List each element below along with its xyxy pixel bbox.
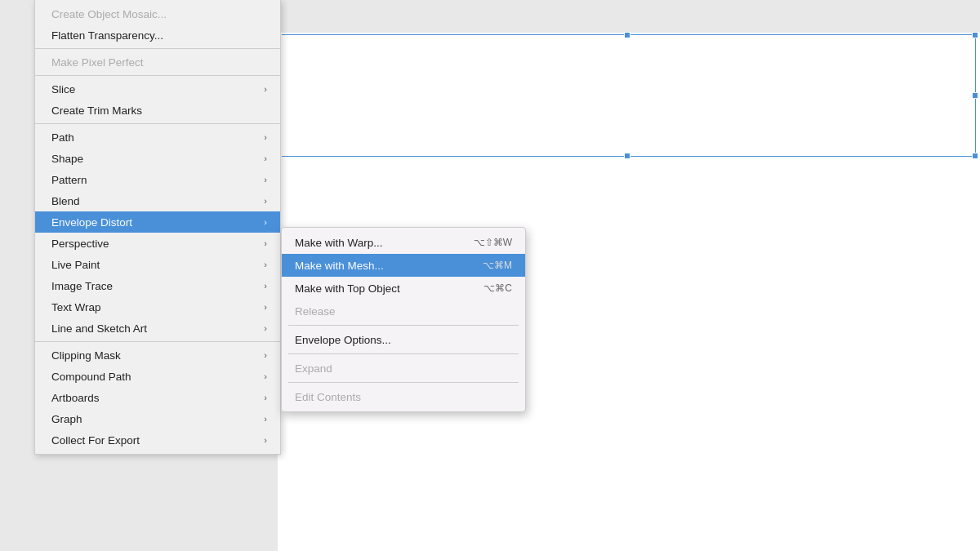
menu-item-label-image-trace: Image Trace <box>51 280 113 292</box>
menu-item-label-artboards: Artboards <box>51 392 100 404</box>
submenu-arrow-icon-envelope-distort: › <box>264 217 267 227</box>
menu-item-perspective[interactable]: Perspective› <box>35 233 280 254</box>
submenu-arrow-icon-perspective: › <box>264 238 267 248</box>
menu-item-artboards[interactable]: Artboards› <box>35 387 280 408</box>
submenu-arrow-icon-line-and-sketch-art: › <box>264 323 267 333</box>
menu-item-compound-path[interactable]: Compound Path› <box>35 366 280 387</box>
submenu-arrow-icon-compound-path: › <box>264 371 267 381</box>
menu-item-label-envelope-distort: Envelope Distort <box>51 216 132 229</box>
submenu-arrow-icon-path: › <box>264 132 267 142</box>
submenu-arrow-icon-clipping-mask: › <box>264 350 267 360</box>
submenu-arrow-icon-slice: › <box>264 84 267 94</box>
submenu-arrow-icon-blend: › <box>264 196 267 206</box>
submenu-item-edit-contents: Edit Contents <box>282 385 525 408</box>
menu-item-label-graph: Graph <box>51 413 82 425</box>
submenu-item-label-release: Release <box>295 305 512 318</box>
submenu-arrow-icon-pattern: › <box>264 175 267 184</box>
menu-item-graph[interactable]: Graph› <box>35 408 280 429</box>
submenu-item-release: Release <box>282 300 525 322</box>
menu-item-envelope-distort[interactable]: Envelope Distort› <box>35 211 280 233</box>
menu-item-slice[interactable]: Slice› <box>35 78 280 100</box>
submenu-arrow-icon-graph: › <box>264 414 267 424</box>
menu-item-label-live-paint: Live Paint <box>51 259 100 271</box>
menu-item-label-flatten-transparency: Flatten Transparency... <box>51 29 163 42</box>
menu-item-blend[interactable]: Blend› <box>35 190 280 211</box>
menu-separator-separator4 <box>35 341 280 342</box>
menu-separator-separator2 <box>35 75 280 76</box>
menu-item-path[interactable]: Path› <box>35 127 280 148</box>
menu-item-live-paint[interactable]: Live Paint› <box>35 254 280 275</box>
menu-item-label-shape: Shape <box>51 153 83 165</box>
submenu-arrow-icon-text-wrap: › <box>264 302 267 312</box>
menu-item-label-create-object-mosaic: Create Object Mosaic... <box>51 8 167 20</box>
menu-item-label-clipping-mask: Clipping Mask <box>51 349 121 362</box>
menu-item-image-trace[interactable]: Image Trace› <box>35 275 280 296</box>
submenu-arrow-icon-shape: › <box>264 153 267 163</box>
menu-item-label-make-pixel-perfect: Make Pixel Perfect <box>51 56 144 69</box>
menu-item-label-text-wrap: Text Wrap <box>51 301 101 313</box>
main-menu: Create Object Mosaic...Flatten Transpare… <box>34 0 281 455</box>
menu-item-label-collect-for-export: Collect For Export <box>51 434 140 447</box>
submenu-item-label-expand: Expand <box>295 362 512 375</box>
submenu-item-envelope-options[interactable]: Envelope Options... <box>282 328 525 351</box>
submenu-item-label-envelope-options: Envelope Options... <box>295 334 512 346</box>
submenu-shortcut-make-with-mesh: ⌥⌘M <box>483 260 512 271</box>
menu-item-flatten-transparency[interactable]: Flatten Transparency... <box>35 24 280 46</box>
menu-item-label-slice: Slice <box>51 83 75 96</box>
submenu-item-make-with-mesh[interactable]: Make with Mesh...⌥⌘M <box>282 254 525 277</box>
menu-item-shape[interactable]: Shape› <box>35 148 280 169</box>
submenu-separator-separator2 <box>288 353 519 354</box>
submenu-arrow-icon-artboards: › <box>264 393 267 402</box>
menu-item-label-compound-path: Compound Path <box>51 371 131 383</box>
submenu-arrow-icon-live-paint: › <box>264 260 267 269</box>
submenu-item-label-make-with-mesh: Make with Mesh... <box>295 260 483 272</box>
submenu-shortcut-make-with-top-object: ⌥⌘C <box>483 282 512 294</box>
menu-item-text-wrap[interactable]: Text Wrap› <box>35 296 280 318</box>
menu-separator-separator3 <box>35 123 280 124</box>
menu-item-make-pixel-perfect: Make Pixel Perfect <box>35 51 280 73</box>
menu-item-label-path: Path <box>51 131 74 144</box>
menu-item-create-object-mosaic: Create Object Mosaic... <box>35 3 280 24</box>
submenu-item-expand: Expand <box>282 357 525 380</box>
submenu-item-label-make-with-top-object: Make with Top Object <box>295 282 483 295</box>
menu-item-label-pattern: Pattern <box>51 174 87 186</box>
submenu-separator-separator1 <box>288 325 519 326</box>
menu-item-line-and-sketch-art[interactable]: Line and Sketch Art› <box>35 318 280 339</box>
menu-item-create-trim-marks[interactable]: Create Trim Marks <box>35 100 280 121</box>
submenu-arrow-icon-image-trace: › <box>264 281 267 291</box>
menu-item-label-line-and-sketch-art: Line and Sketch Art <box>51 322 147 335</box>
submenu-item-label-make-with-warp: Make with Warp... <box>295 237 474 249</box>
submenu-separator-separator3 <box>288 382 519 383</box>
submenu-item-make-with-top-object[interactable]: Make with Top Object⌥⌘C <box>282 277 525 300</box>
submenu-item-make-with-warp[interactable]: Make with Warp...⌥⇧⌘W <box>282 231 525 254</box>
menu-item-label-create-trim-marks: Create Trim Marks <box>51 104 142 117</box>
menu-item-label-perspective: Perspective <box>51 238 109 250</box>
envelope-distort-submenu: Make with Warp...⌥⇧⌘WMake with Mesh...⌥⌘… <box>281 227 526 412</box>
submenu-shortcut-make-with-warp: ⌥⇧⌘W <box>474 237 512 248</box>
submenu-item-label-edit-contents: Edit Contents <box>295 391 512 403</box>
menu-separator-separator1 <box>35 48 280 49</box>
menu-item-clipping-mask[interactable]: Clipping Mask› <box>35 344 280 366</box>
submenu-arrow-icon-collect-for-export: › <box>264 435 267 445</box>
menu-item-label-blend: Blend <box>51 195 80 207</box>
menu-item-collect-for-export[interactable]: Collect For Export› <box>35 429 280 451</box>
menu-item-pattern[interactable]: Pattern› <box>35 169 280 190</box>
